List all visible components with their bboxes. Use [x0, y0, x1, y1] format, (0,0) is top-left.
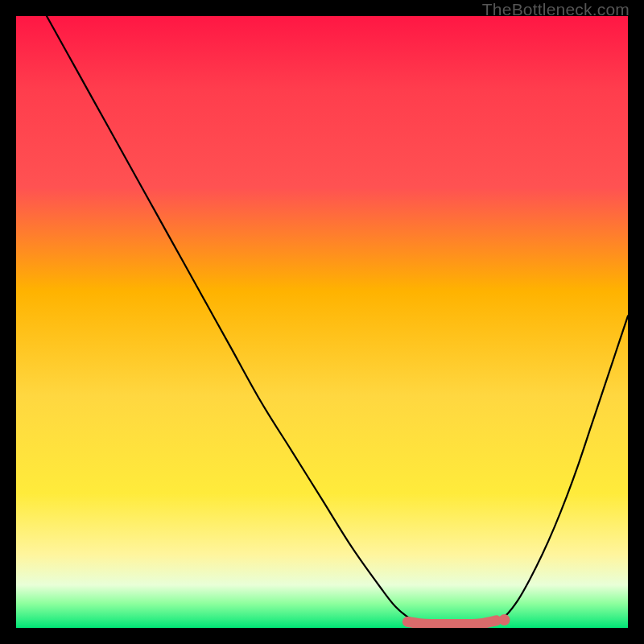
chart-frame [16, 16, 628, 628]
watermark-text: TheBottleneck.com [482, 0, 630, 19]
optimal-zone-end-dot [498, 614, 510, 625]
bottleneck-chart [16, 16, 628, 628]
optimal-zone-marker [407, 621, 496, 625]
gradient-background [16, 16, 628, 628]
